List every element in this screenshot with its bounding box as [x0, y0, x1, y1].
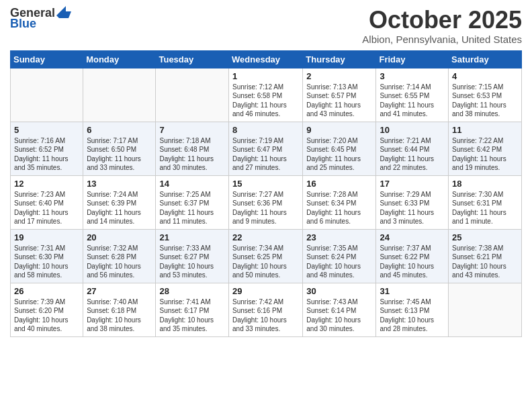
cell-text: Sunrise: 7:38 AM Sunset: 6:21 PM Dayligh…: [452, 244, 518, 280]
table-cell: 25Sunrise: 7:38 AM Sunset: 6:21 PM Dayli…: [449, 229, 522, 283]
day-number: 28: [159, 286, 225, 296]
cell-text: Sunrise: 7:41 AM Sunset: 6:17 PM Dayligh…: [159, 298, 225, 334]
table-cell: 14Sunrise: 7:25 AM Sunset: 6:37 PM Dayli…: [156, 175, 229, 229]
day-number: 10: [380, 125, 445, 135]
calendar-table: Sunday Monday Tuesday Wednesday Thursday…: [10, 50, 522, 337]
day-number: 15: [232, 179, 299, 189]
cell-text: Sunrise: 7:28 AM Sunset: 6:34 PM Dayligh…: [306, 190, 372, 226]
col-tuesday: Tuesday: [156, 50, 229, 68]
day-number: 31: [380, 286, 445, 296]
cell-text: Sunrise: 7:30 AM Sunset: 6:31 PM Dayligh…: [452, 190, 518, 226]
table-cell: 31Sunrise: 7:45 AM Sunset: 6:13 PM Dayli…: [376, 283, 449, 336]
table-cell: 18Sunrise: 7:30 AM Sunset: 6:31 PM Dayli…: [449, 175, 522, 229]
day-number: 9: [306, 125, 372, 135]
day-number: 24: [380, 232, 445, 242]
col-monday: Monday: [83, 50, 156, 68]
cell-text: Sunrise: 7:32 AM Sunset: 6:28 PM Dayligh…: [87, 244, 152, 280]
cell-text: Sunrise: 7:22 AM Sunset: 6:42 PM Dayligh…: [452, 136, 518, 173]
table-cell: 15Sunrise: 7:27 AM Sunset: 6:36 PM Dayli…: [229, 175, 303, 229]
cell-text: Sunrise: 7:27 AM Sunset: 6:36 PM Dayligh…: [232, 190, 299, 226]
day-number: 18: [452, 179, 518, 189]
table-cell: 4Sunrise: 7:15 AM Sunset: 6:53 PM Daylig…: [449, 68, 522, 122]
table-cell: 6Sunrise: 7:17 AM Sunset: 6:50 PM Daylig…: [83, 122, 156, 175]
day-number: 2: [306, 71, 372, 81]
table-cell: 22Sunrise: 7:34 AM Sunset: 6:25 PM Dayli…: [229, 229, 303, 283]
cell-text: Sunrise: 7:14 AM Sunset: 6:55 PM Dayligh…: [380, 83, 445, 119]
table-cell: 24Sunrise: 7:37 AM Sunset: 6:22 PM Dayli…: [376, 229, 449, 283]
day-number: 20: [87, 232, 152, 242]
col-wednesday: Wednesday: [229, 50, 303, 68]
logo-blue: Blue: [10, 17, 36, 31]
cell-text: Sunrise: 7:40 AM Sunset: 6:18 PM Dayligh…: [87, 298, 152, 334]
day-number: 16: [306, 179, 372, 189]
day-number: 11: [452, 125, 518, 135]
cell-text: Sunrise: 7:18 AM Sunset: 6:48 PM Dayligh…: [159, 136, 225, 173]
cell-text: Sunrise: 7:19 AM Sunset: 6:47 PM Dayligh…: [232, 136, 299, 173]
table-cell: 27Sunrise: 7:40 AM Sunset: 6:18 PM Dayli…: [83, 283, 156, 336]
table-cell: 17Sunrise: 7:29 AM Sunset: 6:33 PM Dayli…: [376, 175, 449, 229]
cell-text: Sunrise: 7:21 AM Sunset: 6:44 PM Dayligh…: [380, 136, 445, 173]
day-number: 19: [14, 232, 79, 242]
table-cell: 1Sunrise: 7:12 AM Sunset: 6:58 PM Daylig…: [229, 68, 303, 122]
day-number: 3: [380, 71, 445, 81]
col-thursday: Thursday: [303, 50, 376, 68]
cell-text: Sunrise: 7:39 AM Sunset: 6:20 PM Dayligh…: [14, 298, 79, 334]
day-number: 25: [452, 232, 518, 242]
cell-text: Sunrise: 7:35 AM Sunset: 6:24 PM Dayligh…: [306, 244, 372, 280]
header: General Blue October 2025 Albion, Pennsy…: [10, 7, 522, 45]
table-cell: 7Sunrise: 7:18 AM Sunset: 6:48 PM Daylig…: [156, 122, 229, 175]
col-friday: Friday: [376, 50, 449, 68]
cell-text: Sunrise: 7:42 AM Sunset: 6:16 PM Dayligh…: [232, 298, 299, 334]
calendar-row: 26Sunrise: 7:39 AM Sunset: 6:20 PM Dayli…: [11, 283, 522, 336]
table-cell: 23Sunrise: 7:35 AM Sunset: 6:24 PM Dayli…: [303, 229, 376, 283]
cell-text: Sunrise: 7:12 AM Sunset: 6:58 PM Dayligh…: [232, 83, 299, 119]
table-cell: 12Sunrise: 7:23 AM Sunset: 6:40 PM Dayli…: [11, 175, 83, 229]
table-cell: [156, 68, 229, 122]
cell-text: Sunrise: 7:24 AM Sunset: 6:39 PM Dayligh…: [87, 190, 152, 226]
table-cell: 10Sunrise: 7:21 AM Sunset: 6:44 PM Dayli…: [376, 122, 449, 175]
day-number: 23: [306, 232, 372, 242]
day-number: 1: [232, 71, 299, 81]
table-cell: 8Sunrise: 7:19 AM Sunset: 6:47 PM Daylig…: [229, 122, 303, 175]
day-number: 7: [159, 125, 225, 135]
day-number: 4: [452, 71, 518, 81]
cell-text: Sunrise: 7:34 AM Sunset: 6:25 PM Dayligh…: [232, 244, 299, 280]
cell-text: Sunrise: 7:23 AM Sunset: 6:40 PM Dayligh…: [14, 190, 79, 226]
cell-text: Sunrise: 7:15 AM Sunset: 6:53 PM Dayligh…: [452, 83, 518, 119]
table-cell: 21Sunrise: 7:33 AM Sunset: 6:27 PM Dayli…: [156, 229, 229, 283]
header-row: Sunday Monday Tuesday Wednesday Thursday…: [11, 50, 522, 68]
table-cell: 26Sunrise: 7:39 AM Sunset: 6:20 PM Dayli…: [11, 283, 83, 336]
table-cell: 9Sunrise: 7:20 AM Sunset: 6:45 PM Daylig…: [303, 122, 376, 175]
day-number: 12: [14, 179, 79, 189]
page: General Blue October 2025 Albion, Pennsy…: [0, 0, 532, 411]
cell-text: Sunrise: 7:16 AM Sunset: 6:52 PM Dayligh…: [14, 136, 79, 173]
day-number: 17: [380, 179, 445, 189]
table-cell: 19Sunrise: 7:31 AM Sunset: 6:30 PM Dayli…: [11, 229, 83, 283]
table-cell: 20Sunrise: 7:32 AM Sunset: 6:28 PM Dayli…: [83, 229, 156, 283]
table-cell: 29Sunrise: 7:42 AM Sunset: 6:16 PM Dayli…: [229, 283, 303, 336]
table-cell: 28Sunrise: 7:41 AM Sunset: 6:17 PM Dayli…: [156, 283, 229, 336]
cell-text: Sunrise: 7:43 AM Sunset: 6:14 PM Dayligh…: [306, 298, 372, 334]
table-cell: 11Sunrise: 7:22 AM Sunset: 6:42 PM Dayli…: [449, 122, 522, 175]
calendar-row: 5Sunrise: 7:16 AM Sunset: 6:52 PM Daylig…: [11, 122, 522, 175]
calendar-row: 19Sunrise: 7:31 AM Sunset: 6:30 PM Dayli…: [11, 229, 522, 283]
day-number: 30: [306, 286, 372, 296]
cell-text: Sunrise: 7:45 AM Sunset: 6:13 PM Dayligh…: [380, 298, 445, 334]
table-cell: 30Sunrise: 7:43 AM Sunset: 6:14 PM Dayli…: [303, 283, 376, 336]
table-cell: 16Sunrise: 7:28 AM Sunset: 6:34 PM Dayli…: [303, 175, 376, 229]
calendar-title: October 2025: [362, 7, 522, 34]
title-block: October 2025 Albion, Pennsylvania, Unite…: [362, 7, 522, 45]
cell-text: Sunrise: 7:17 AM Sunset: 6:50 PM Dayligh…: [87, 136, 152, 173]
col-saturday: Saturday: [449, 50, 522, 68]
cell-text: Sunrise: 7:33 AM Sunset: 6:27 PM Dayligh…: [159, 244, 225, 280]
day-number: 5: [14, 125, 79, 135]
cell-text: Sunrise: 7:37 AM Sunset: 6:22 PM Dayligh…: [380, 244, 445, 280]
day-number: 14: [159, 179, 225, 189]
day-number: 13: [87, 179, 152, 189]
table-cell: 5Sunrise: 7:16 AM Sunset: 6:52 PM Daylig…: [11, 122, 83, 175]
cell-text: Sunrise: 7:13 AM Sunset: 6:57 PM Dayligh…: [306, 83, 372, 119]
cell-text: Sunrise: 7:25 AM Sunset: 6:37 PM Dayligh…: [159, 190, 225, 226]
cell-text: Sunrise: 7:31 AM Sunset: 6:30 PM Dayligh…: [14, 244, 79, 280]
calendar-subtitle: Albion, Pennsylvania, United States: [362, 34, 522, 45]
cell-text: Sunrise: 7:29 AM Sunset: 6:33 PM Dayligh…: [380, 190, 445, 226]
